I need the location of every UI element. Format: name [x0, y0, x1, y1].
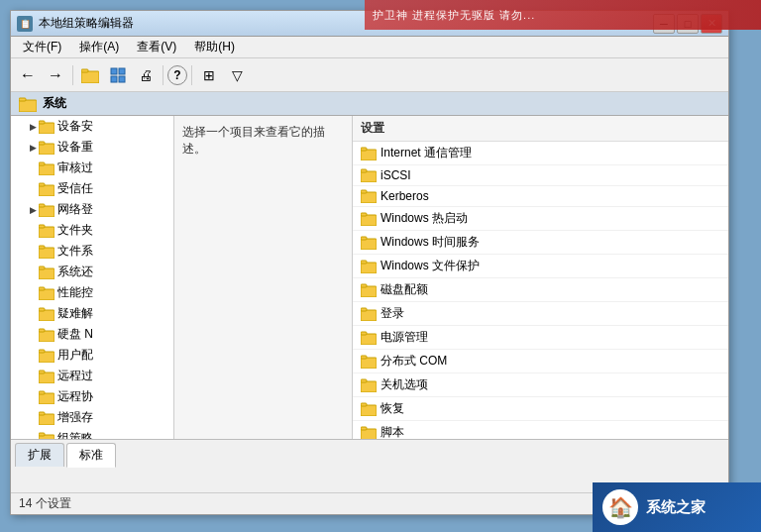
- folder-icon: [39, 307, 54, 321]
- folder-icon: [39, 432, 54, 440]
- settings-item-com[interactable]: 分布式 COM: [353, 350, 728, 373]
- svg-rect-69: [361, 427, 367, 430]
- settings-label: 脚本: [380, 424, 404, 439]
- tree-item-shouxin[interactable]: 受信任: [11, 178, 173, 199]
- svg-rect-13: [39, 162, 45, 165]
- tree-item-yonghu-pei[interactable]: 用户配: [11, 345, 173, 366]
- tree-item-yinan[interactable]: 疑难解: [11, 303, 173, 324]
- tree-item-xitong[interactable]: 系统还: [11, 262, 173, 282]
- filter-button[interactable]: ▽: [224, 62, 250, 88]
- main-window: 📋 本地组策略编辑器 ─ □ ✕ 文件(F) 操作(A) 查看(V) 帮助(H)…: [10, 10, 729, 515]
- tree-label: 疑难解: [57, 305, 93, 322]
- settings-item-recover[interactable]: 恢复: [353, 397, 728, 421]
- menu-file[interactable]: 文件(F): [15, 37, 69, 57]
- settings-item-cipan[interactable]: 磁盘配额: [353, 278, 728, 302]
- svg-rect-35: [39, 391, 45, 394]
- settings-item-iscsi[interactable]: iSCSI: [353, 165, 728, 186]
- tree-label: 组策略: [57, 430, 93, 439]
- watermark-text: 护卫神 进程保护无驱版 请勿...: [373, 8, 535, 23]
- folder-icon: [39, 411, 54, 425]
- svg-rect-33: [39, 371, 45, 373]
- settings-item-win-file[interactable]: Windows 文件保护: [353, 255, 728, 278]
- settings-label: Windows 文件保护: [380, 258, 480, 274]
- tab-expand[interactable]: 扩展: [15, 443, 64, 467]
- svg-rect-66: [361, 405, 377, 416]
- tree-label: 系统还: [57, 264, 93, 280]
- tree-item-zucai[interactable]: 组策略: [11, 428, 173, 439]
- tree-item-xingneng[interactable]: 性能控: [11, 282, 173, 303]
- title-bar-icon: 📋: [17, 16, 33, 32]
- folder-button[interactable]: [77, 62, 103, 88]
- folder-icon: [39, 182, 54, 196]
- svg-rect-65: [361, 379, 367, 382]
- home-icon: 🏠: [608, 495, 633, 519]
- svg-rect-37: [39, 412, 45, 415]
- tab-standard[interactable]: 标准: [66, 443, 116, 468]
- svg-rect-4: [111, 76, 117, 82]
- tree-item-wenjian-xi[interactable]: 文件系: [11, 241, 173, 262]
- settings-item-kerberos[interactable]: Kerberos: [353, 186, 728, 207]
- view-button[interactable]: [105, 62, 131, 88]
- svg-rect-32: [39, 372, 54, 383]
- folder-icon: [361, 426, 377, 440]
- settings-item-shutdown[interactable]: 关机选项: [353, 373, 728, 397]
- settings-item-script[interactable]: 脚本: [353, 421, 728, 439]
- settings-item-win-reboot[interactable]: Windows 热启动: [353, 207, 728, 231]
- svg-rect-30: [39, 352, 54, 363]
- tree-label: 远程协: [57, 388, 93, 405]
- tree-item-yuancheng2[interactable]: 远程协: [11, 386, 173, 407]
- tree-label: 受信任: [57, 180, 93, 197]
- tree-item-yingpan[interactable]: 硬盘 N: [11, 324, 173, 345]
- svg-rect-52: [361, 239, 377, 250]
- help-button[interactable]: ?: [167, 65, 187, 85]
- svg-rect-10: [39, 144, 54, 155]
- settings-item-power[interactable]: 电源管理: [353, 326, 728, 350]
- tabs-bar: 扩展 标准: [11, 439, 728, 467]
- svg-rect-1: [81, 69, 88, 72]
- tree-item-shebei-zhong[interactable]: ▶ 设备重: [11, 137, 173, 158]
- logo-area: 🏠 系统之家: [593, 482, 761, 532]
- settings-label: Internet 通信管理: [380, 145, 472, 161]
- svg-rect-8: [39, 123, 54, 134]
- settings-item-win-time[interactable]: Windows 时间服务: [353, 231, 728, 255]
- tree-item-wangluo[interactable]: ▶ 网络登: [11, 199, 173, 220]
- menu-view[interactable]: 查看(V): [129, 37, 184, 57]
- tree-label: 文件系: [57, 243, 93, 260]
- settings-item-internet[interactable]: Internet 通信管理: [353, 142, 728, 165]
- svg-rect-57: [361, 284, 367, 287]
- svg-rect-59: [361, 308, 367, 311]
- folder-icon: [361, 147, 377, 160]
- settings-label: 恢复: [380, 400, 404, 417]
- description-pane: 选择一个项目来查看它的描述。: [174, 116, 353, 439]
- svg-rect-7: [19, 98, 26, 101]
- section-title: 系统: [43, 95, 66, 112]
- tree-label: 性能控: [57, 284, 93, 301]
- menu-action[interactable]: 操作(A): [71, 37, 127, 57]
- settings-label: 电源管理: [380, 329, 428, 346]
- menu-help[interactable]: 帮助(H): [186, 37, 243, 57]
- print-button[interactable]: 🖨: [133, 62, 159, 88]
- folder-icon: [39, 286, 54, 300]
- menu-bar: 文件(F) 操作(A) 查看(V) 帮助(H): [11, 37, 728, 58]
- back-button[interactable]: ←: [15, 62, 41, 88]
- grid-button[interactable]: ⊞: [196, 62, 222, 88]
- tree-item-zengjia[interactable]: 增强存: [11, 407, 173, 428]
- tree-item-wenjian-jia[interactable]: 文件夹: [11, 220, 173, 241]
- tree-item-shebei-an[interactable]: ▶ 设备安: [11, 116, 173, 137]
- section-header: 系统: [11, 92, 728, 116]
- tree-item-shenhe[interactable]: 审核过: [11, 158, 173, 178]
- folder-icon: [39, 224, 54, 238]
- tree-pane[interactable]: ▶ 设备安 ▶ 设备重: [11, 116, 174, 439]
- svg-rect-60: [361, 334, 377, 345]
- folder-icon: [361, 307, 377, 321]
- folder-icon: [39, 266, 54, 279]
- tree-item-yuancheng1[interactable]: 远程过: [11, 366, 173, 386]
- folder-icon: [361, 260, 377, 273]
- tree-arrow: ▶: [27, 122, 39, 132]
- forward-button[interactable]: →: [43, 62, 68, 88]
- settings-item-login[interactable]: 登录: [353, 302, 728, 326]
- svg-rect-56: [361, 286, 377, 297]
- svg-rect-2: [111, 68, 117, 74]
- tree-arrow: ▶: [27, 143, 39, 153]
- svg-rect-11: [39, 142, 45, 145]
